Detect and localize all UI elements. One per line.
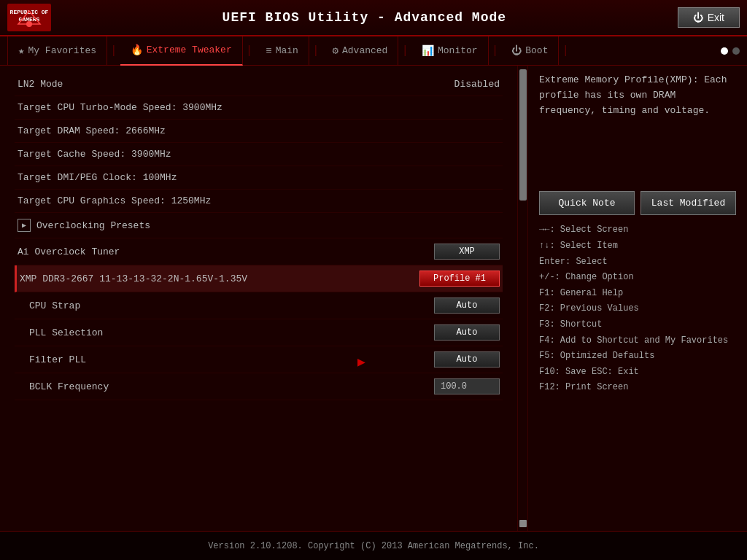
nav-item-main[interactable]: ≡ Main: [255, 36, 309, 66]
overclocking-presets-row[interactable]: ▶ Overclocking Presets: [15, 213, 503, 238]
nav-bar: ★ My Favorites | 🔥 Extreme Tweaker | ≡ M…: [0, 36, 747, 66]
shortcut-f3: F3: Shortcut: [539, 317, 736, 333]
nav-divider-5: |: [489, 44, 502, 58]
shortcut-f2: F2: Previous Values: [539, 301, 736, 317]
svg-text:REPUBLIC OF: REPUBLIC OF: [10, 9, 49, 15]
ai-overclock-tuner-row[interactable]: Ai Overclock Tuner XMP: [15, 238, 503, 265]
help-text: Extreme Memory Profile(XMP): Each profil…: [539, 73, 736, 118]
ln2-mode-value: Disabled: [454, 79, 500, 90]
extreme-tweaker-icon: 🔥: [131, 44, 143, 56]
exit-icon: ⏻: [693, 12, 703, 23]
target-dram-row: Target DRAM Speed: 2666MHz: [15, 120, 503, 143]
nav-dots: [721, 47, 740, 55]
scrollbar[interactable]: [518, 66, 528, 531]
ln2-mode-row[interactable]: LN2 Mode Disabled: [15, 73, 503, 96]
xmp-profile-value[interactable]: Profile #1: [419, 271, 500, 287]
overclocking-presets-icon: ▶: [18, 219, 31, 232]
header: REPUBLIC OF GAMERS UEFI BIOS Utility - A…: [0, 0, 747, 36]
shortcut-f5: F5: Optimized Defaults: [539, 349, 736, 365]
nav-label-advanced: Advanced: [342, 45, 387, 56]
svg-point-4: [26, 21, 32, 27]
target-gpu-label: Target CPU Graphics Speed: 1250MHz: [18, 195, 211, 206]
advanced-icon: ⚙: [333, 44, 338, 57]
cpu-strap-label: CPU Strap: [29, 300, 80, 311]
filter-pll-row[interactable]: Filter PLL Auto: [15, 346, 503, 373]
right-panel: Extreme Memory Profile(XMP): Each profil…: [528, 66, 747, 531]
logo-area: REPUBLIC OF GAMERS: [7, 3, 51, 32]
nav-divider-1: |: [107, 44, 120, 58]
scrollbar-down-arrow: [519, 520, 527, 527]
shortcut-change-option: +/-: Change Option: [539, 270, 736, 286]
spacer: [539, 125, 736, 184]
nav-label-extreme-tweaker: Extreme Tweaker: [147, 44, 232, 55]
footer: Version 2.10.1208. Copyright (C) 2013 Am…: [0, 531, 747, 560]
exit-label: Exit: [708, 12, 724, 23]
shortcut-f12: F12: Print Screen: [539, 380, 736, 396]
shortcut-f10: F10: Save ESC: Exit: [539, 365, 736, 381]
nav-label-main: Main: [276, 45, 298, 56]
nav-item-extreme-tweaker[interactable]: 🔥 Extreme Tweaker: [120, 36, 243, 66]
action-buttons: Quick Note Last Modified: [539, 191, 736, 215]
main-icon: ≡: [266, 45, 271, 57]
main-content: LN2 Mode Disabled Target CPU Turbo-Mode …: [0, 66, 747, 531]
target-cache-label: Target Cache Speed: 3900MHz: [18, 149, 171, 160]
bclk-frequency-label: BCLK Frequency: [29, 381, 109, 392]
filter-pll-value[interactable]: Auto: [434, 351, 500, 368]
shortcut-select-item: ↑↓: Select Item: [539, 238, 736, 254]
quick-note-button[interactable]: Quick Note: [539, 191, 635, 215]
nav-divider-4: |: [398, 44, 411, 58]
rog-logo: REPUBLIC OF GAMERS: [7, 3, 51, 32]
nav-label-boot: Boot: [525, 45, 548, 56]
overclocking-presets-label: Overclocking Presets: [36, 220, 150, 231]
target-gpu-row: Target CPU Graphics Speed: 1250MHz: [15, 190, 503, 213]
nav-item-boot[interactable]: ⏻ Boot: [501, 36, 559, 66]
pll-selection-row[interactable]: PLL Selection Auto: [15, 319, 503, 346]
xmp-profile-row[interactable]: XMP DDR3-2667 11-13-13-32-2N-1.65V-1.35V…: [15, 265, 503, 292]
shortcut-f1: F1: General Help: [539, 286, 736, 302]
target-dmi-row: Target DMI/PEG Clock: 100MHz: [15, 166, 503, 190]
xmp-profile-label: XMP DDR3-2667 11-13-13-32-2N-1.65V-1.35V: [20, 273, 247, 284]
bclk-frequency-row[interactable]: BCLK Frequency 100.0: [15, 373, 503, 400]
exit-button[interactable]: ⏻ Exit: [678, 7, 740, 28]
monitor-icon: 📊: [422, 44, 434, 57]
boot-icon: ⏻: [511, 45, 522, 57]
ln2-mode-label: LN2 Mode: [18, 79, 63, 90]
nav-dot-2: [732, 47, 740, 55]
nav-label-monitor: Monitor: [438, 45, 478, 56]
target-cache-row: Target Cache Speed: 3900MHz: [15, 143, 503, 166]
nav-divider-2: |: [243, 44, 256, 58]
cpu-strap-value[interactable]: Auto: [434, 298, 500, 314]
shortcut-select-screen: →←: Select Screen: [539, 222, 736, 238]
shortcut-enter: Enter: Select: [539, 254, 736, 271]
nav-dot-1: [721, 47, 728, 55]
last-modified-button[interactable]: Last Modified: [640, 191, 736, 215]
nav-item-favorites[interactable]: ★ My Favorites: [7, 36, 107, 66]
keyboard-shortcuts: →←: Select Screen ↑↓: Select Item Enter:…: [539, 222, 736, 396]
pll-selection-label: PLL Selection: [29, 327, 103, 338]
page-title: UEFI BIOS Utility - Advanced Mode: [51, 10, 678, 25]
ai-overclock-tuner-label: Ai Overclock Tuner: [18, 246, 120, 257]
scrollbar-thumb: [519, 69, 527, 201]
target-cpu-turbo-row: Target CPU Turbo-Mode Speed: 3900MHz: [15, 96, 503, 120]
bclk-frequency-value[interactable]: 100.0: [434, 378, 500, 394]
cpu-strap-row[interactable]: CPU Strap Auto: [15, 292, 503, 319]
favorites-icon: ★: [18, 44, 24, 57]
ai-overclock-tuner-value[interactable]: XMP: [434, 244, 500, 260]
target-dram-label: Target DRAM Speed: 2666MHz: [18, 125, 166, 136]
nav-item-advanced[interactable]: ⚙ Advanced: [322, 36, 399, 66]
target-dmi-label: Target DMI/PEG Clock: 100MHz: [18, 172, 177, 183]
nav-label-favorites: My Favorites: [28, 45, 96, 56]
pll-selection-value[interactable]: Auto: [434, 324, 500, 341]
nav-divider-6: |: [559, 44, 572, 58]
nav-item-monitor[interactable]: 📊 Monitor: [411, 36, 489, 66]
filter-pll-label: Filter PLL: [29, 354, 86, 365]
footer-text: Version 2.10.1208. Copyright (C) 2013 Am…: [208, 541, 539, 551]
target-cpu-turbo-label: Target CPU Turbo-Mode Speed: 3900MHz: [18, 102, 222, 113]
shortcut-f4: F4: Add to Shortcut and My Favorites: [539, 333, 736, 349]
nav-divider-3: |: [309, 44, 322, 58]
left-panel: LN2 Mode Disabled Target CPU Turbo-Mode …: [0, 66, 518, 531]
